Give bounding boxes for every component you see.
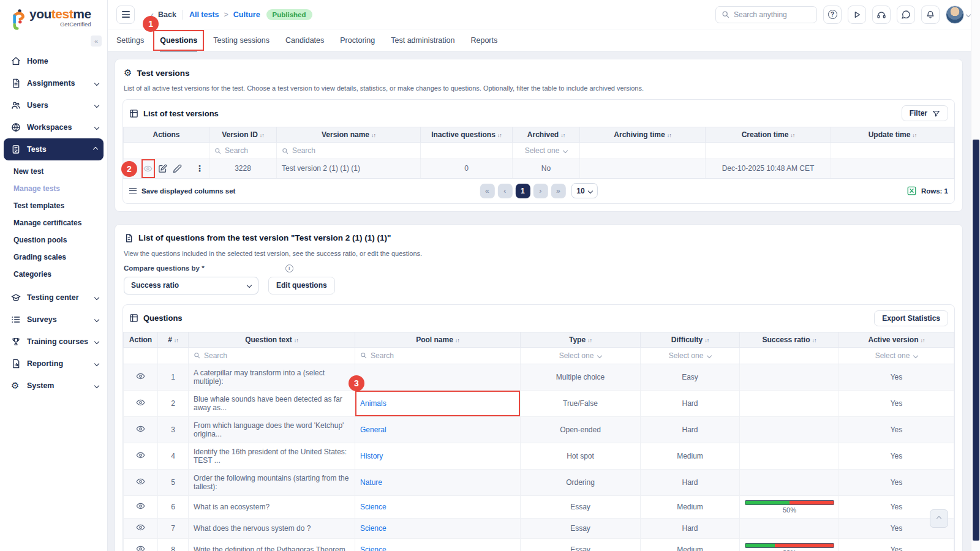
sidebar-subitem-manage-certificates[interactable]: Manage certificates bbox=[0, 214, 107, 231]
info-icon[interactable]: i bbox=[285, 264, 293, 272]
export-statistics-button[interactable]: Export Statistics bbox=[874, 310, 948, 326]
sidebar-item-workspaces[interactable]: Workspaces bbox=[0, 116, 107, 138]
sidebar-subitem-manage-tests[interactable]: Manage tests bbox=[0, 180, 107, 197]
col-actions[interactable]: Actions bbox=[124, 127, 209, 143]
col-version-name[interactable]: Version name↓↑ bbox=[277, 127, 421, 143]
pool-link-science[interactable]: Science bbox=[360, 503, 386, 511]
sidebar-subitem-new-test[interactable]: New test bbox=[0, 163, 107, 180]
col-success-ratio[interactable]: Success ratio↓↑ bbox=[740, 332, 839, 347]
pool-link-nature[interactable]: Nature bbox=[360, 478, 382, 487]
preview-question-eye-icon[interactable] bbox=[136, 451, 145, 460]
col-inactive-questions[interactable]: Inactive questions↓↑ bbox=[421, 127, 513, 143]
tab-settings[interactable]: Settings bbox=[116, 29, 144, 51]
pool-link-science[interactable]: Science bbox=[360, 524, 386, 533]
filter-button[interactable]: Filter bbox=[902, 105, 948, 121]
col-difficulty[interactable]: Difficulty↓↑ bbox=[641, 332, 740, 347]
breadcrumb-culture[interactable]: Culture bbox=[233, 10, 260, 19]
sidebar-subitem-test-templates[interactable]: Test templates bbox=[0, 197, 107, 214]
col-creation-time[interactable]: Creation time↓↑ bbox=[706, 127, 831, 143]
sidebar-item-surveys[interactable]: Surveys bbox=[0, 309, 107, 331]
sidebar-item-reporting[interactable]: Reporting bbox=[0, 353, 107, 375]
active-version-filter-select[interactable]: Select one bbox=[839, 347, 954, 364]
excel-export-icon[interactable] bbox=[907, 186, 916, 195]
pool-link-science[interactable]: Science bbox=[360, 545, 386, 551]
col-archiving-time[interactable]: Archiving time↓↑ bbox=[580, 127, 706, 143]
sidebar-item-system[interactable]: ⚙ System bbox=[0, 375, 107, 397]
preview-question-eye-icon[interactable] bbox=[136, 523, 145, 532]
support-button[interactable] bbox=[872, 6, 891, 24]
page-scrollbar[interactable] bbox=[971, 0, 980, 551]
col-version-id[interactable]: Version ID↓↑ bbox=[209, 127, 277, 143]
pool-name-search[interactable]: Search bbox=[355, 347, 521, 364]
global-search-input[interactable]: Search anything bbox=[715, 6, 817, 23]
chevron-down-icon bbox=[966, 12, 971, 17]
tab-proctoring[interactable]: Proctoring bbox=[340, 29, 375, 51]
version-name-search[interactable]: Search bbox=[277, 143, 421, 159]
sidebar-item-training-courses[interactable]: Training courses bbox=[0, 331, 107, 353]
prev-page-button[interactable]: ‹ bbox=[497, 184, 512, 198]
sidebar-collapse-button[interactable]: « bbox=[91, 36, 102, 47]
notifications-button[interactable] bbox=[921, 6, 940, 24]
col-active-version[interactable]: Active version↓↑ bbox=[839, 332, 954, 347]
version-id-search[interactable]: Search bbox=[209, 143, 277, 159]
page-size-select[interactable]: 10 bbox=[571, 183, 597, 198]
save-columns-button[interactable]: Save displayed columns set bbox=[129, 187, 235, 195]
edit-questions-button[interactable]: Edit questions bbox=[268, 277, 335, 294]
sidebar-subitem-question-pools[interactable]: Question pools bbox=[0, 231, 107, 249]
preview-question-eye-icon[interactable] bbox=[136, 424, 145, 433]
type-filter-select[interactable]: Select one bbox=[521, 347, 641, 364]
breadcrumb-all-tests[interactable]: All tests bbox=[189, 10, 219, 19]
page-1-button[interactable]: 1 bbox=[515, 184, 530, 198]
col-action[interactable]: Action bbox=[124, 332, 158, 347]
more-actions-kebab-icon[interactable]: ⋮ bbox=[195, 163, 204, 173]
compare-by-select[interactable]: Success ratio bbox=[124, 277, 258, 294]
preview-question-eye-icon[interactable] bbox=[136, 501, 145, 511]
chat-button[interactable] bbox=[897, 6, 915, 24]
pool-link-history[interactable]: History bbox=[360, 452, 383, 460]
edit-version-icon[interactable] bbox=[158, 164, 167, 173]
col-archived[interactable]: Archived↓↑ bbox=[513, 127, 580, 143]
last-page-button[interactable]: » bbox=[551, 184, 565, 198]
sort-icon: ↓↑ bbox=[812, 337, 816, 343]
preview-question-eye-icon[interactable] bbox=[136, 398, 145, 407]
tutorial-button[interactable] bbox=[848, 6, 866, 24]
tab-questions[interactable]: Questions 1 bbox=[160, 29, 197, 51]
user-menu[interactable] bbox=[946, 6, 970, 24]
logo-mark-icon bbox=[10, 7, 26, 32]
tab-testing-sessions[interactable]: Testing sessions bbox=[213, 29, 270, 51]
test-versions-description: List of all active test versions for the… bbox=[124, 84, 954, 92]
menu-toggle-button[interactable] bbox=[116, 6, 135, 24]
view-version-eye-icon[interactable] bbox=[143, 164, 153, 173]
sidebar-item-testing-center[interactable]: Testing center bbox=[0, 287, 107, 309]
sidebar-item-tests[interactable]: Tests bbox=[4, 138, 104, 160]
sidebar-subitem-categories[interactable]: Categories bbox=[0, 266, 107, 283]
help-button[interactable]: ? bbox=[823, 6, 842, 24]
tab-candidates[interactable]: Candidates bbox=[285, 29, 324, 51]
preview-question-eye-icon[interactable] bbox=[136, 477, 145, 486]
col-type[interactable]: Type↓↑ bbox=[521, 332, 641, 347]
filter-icon bbox=[932, 110, 940, 118]
sidebar-item-home[interactable]: Home bbox=[0, 50, 107, 72]
difficulty-filter-select[interactable]: Select one bbox=[641, 347, 740, 364]
scrollbar-thumb[interactable] bbox=[973, 140, 979, 541]
sidebar-item-assignments[interactable]: Assignments bbox=[0, 72, 107, 94]
col-pool-name[interactable]: Pool name↓↑ bbox=[355, 332, 521, 347]
tab-test-administration[interactable]: Test administration bbox=[391, 29, 454, 51]
col-update-time[interactable]: Update time↓↑ bbox=[831, 127, 954, 143]
question-text-search[interactable]: Search bbox=[189, 347, 355, 364]
pool-link-animals[interactable]: Animals bbox=[360, 399, 386, 408]
question-row-6: 6 What is an ecosystem? Science Essay Me… bbox=[124, 495, 954, 518]
scroll-to-top-button[interactable] bbox=[930, 509, 948, 528]
col-number[interactable]: #↓↑ bbox=[158, 332, 189, 347]
first-page-button[interactable]: « bbox=[480, 184, 494, 198]
col-question-text[interactable]: Question text↓↑ bbox=[189, 332, 355, 347]
preview-question-eye-icon[interactable] bbox=[136, 544, 145, 551]
tab-reports[interactable]: Reports bbox=[470, 29, 497, 51]
rename-version-pencil-icon[interactable] bbox=[173, 164, 182, 173]
archived-filter-select[interactable]: Select one bbox=[513, 143, 580, 159]
next-page-button[interactable]: › bbox=[533, 184, 548, 198]
preview-question-eye-icon[interactable] bbox=[136, 372, 145, 381]
sidebar-subitem-grading-scales[interactable]: Grading scales bbox=[0, 249, 107, 266]
pool-link-general[interactable]: General bbox=[360, 425, 386, 434]
sidebar-item-users[interactable]: Users bbox=[0, 94, 107, 116]
